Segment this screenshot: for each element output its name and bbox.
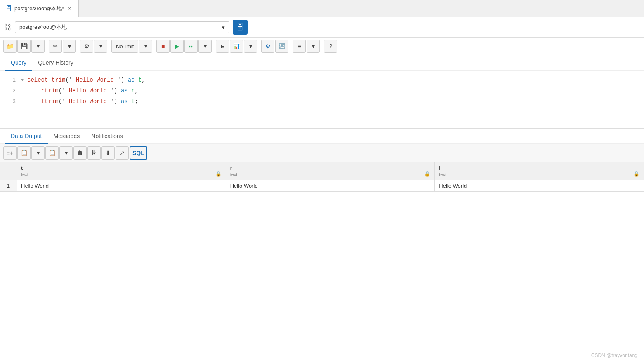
- tab-label: postgres/root@本地*: [14, 5, 64, 12]
- code-line-2: 2 rtrim(' Hello World ') as r,: [0, 86, 644, 96]
- lock-icon-t: 🔒: [215, 171, 222, 177]
- code-content-1: select trim(' Hello World ') as t,: [27, 75, 644, 85]
- row-number-1: 1: [0, 180, 17, 192]
- cell-l-1[interactable]: Hello World: [435, 180, 644, 192]
- no-limit-dropdown-button[interactable]: ▾: [139, 40, 152, 53]
- help-button[interactable]: ?: [324, 40, 337, 53]
- tab-query[interactable]: Query: [5, 55, 32, 71]
- chart-button[interactable]: 📊: [230, 40, 243, 53]
- connection-dropdown-icon[interactable]: ▾: [222, 24, 225, 31]
- tab-bar: 🗄 postgres/root@本地* ×: [0, 0, 644, 17]
- explain-button[interactable]: E: [216, 40, 229, 53]
- col-header-l: l 🔒 text: [435, 162, 644, 180]
- output-tabs: Data Output Messages Notifications: [0, 129, 644, 144]
- code-line-3: 3 ltrim(' Hello World ') as l;: [0, 96, 644, 107]
- delete-row-button[interactable]: 🗑: [73, 146, 87, 160]
- filter-button[interactable]: ⚙: [80, 40, 93, 53]
- run-dropdown-button[interactable]: ▾: [198, 40, 212, 53]
- connection-db-button[interactable]: 🗄: [233, 20, 248, 35]
- line-number-1: 1: [0, 76, 21, 85]
- connection-value: postgres/root@本地: [19, 23, 67, 31]
- result-table: t 🔒 text r 🔒 text l 🔒 text 1 Hel: [0, 162, 644, 192]
- edit-dropdown-button[interactable]: ▾: [63, 40, 76, 53]
- row-num-header: [0, 162, 17, 180]
- lock-icon-r: 🔒: [424, 171, 430, 177]
- tab-messages[interactable]: Messages: [48, 129, 86, 144]
- lock-icon-l: 🔒: [633, 171, 639, 177]
- save-button[interactable]: 💾: [17, 40, 31, 53]
- copy-dropdown-button[interactable]: ▾: [31, 146, 45, 160]
- code-content-2: rtrim(' Hello World ') as r,: [27, 86, 644, 96]
- db-settings-button[interactable]: ⚙: [261, 40, 274, 53]
- main-toolbar: 📁 💾 ▾ ✏ ▾ ⚙ ▾ No limit ▾ ■ ▶ ⏭ ▾ E 📊 ▾ ⚙…: [0, 38, 644, 55]
- col-header-r: r 🔒 text: [226, 162, 435, 180]
- data-toolbar: ≡+ 📋 ▾ 📋 ▾ 🗑 🗄 ⬇ ↗ SQL: [0, 144, 644, 162]
- stop-button[interactable]: ■: [156, 40, 170, 53]
- table-row: 1 Hello World Hello World Hello World: [0, 180, 644, 192]
- db-connect-icon: 🗄: [236, 23, 244, 32]
- line-number-3: 3: [0, 97, 21, 106]
- sql-editor[interactable]: 1 ▾ select trim(' Hello World ') as t, 2…: [0, 71, 644, 129]
- active-tab[interactable]: 🗄 postgres/root@本地* ×: [0, 0, 79, 17]
- cell-r-1[interactable]: Hello World: [226, 180, 435, 192]
- copy-button[interactable]: 📋: [17, 146, 31, 160]
- result-container: t 🔒 text r 🔒 text l 🔒 text 1 Hel: [0, 162, 644, 192]
- list-button[interactable]: ≡: [293, 40, 306, 53]
- paste-dropdown-button[interactable]: ▾: [59, 146, 73, 160]
- connection-selector[interactable]: postgres/root@本地 ▾: [15, 21, 229, 33]
- db-refresh-button[interactable]: 🔄: [275, 40, 288, 53]
- no-limit-button[interactable]: No limit: [111, 40, 138, 53]
- tab-close-button[interactable]: ×: [66, 5, 73, 12]
- line-collapse-1[interactable]: ▾: [21, 75, 27, 85]
- graph-button[interactable]: ↗: [116, 146, 129, 160]
- save-dropdown-button[interactable]: ▾: [31, 40, 45, 53]
- line-number-2: 2: [0, 87, 21, 96]
- add-row-button[interactable]: ≡+: [3, 146, 17, 160]
- tab-query-history[interactable]: Query History: [32, 55, 79, 71]
- tab-notifications[interactable]: Notifications: [85, 129, 128, 144]
- connection-bar: ⛓ postgres/root@本地 ▾ 🗄: [0, 17, 644, 38]
- download-button[interactable]: ⬇: [101, 146, 115, 160]
- code-line-1: 1 ▾ select trim(' Hello World ') as t,: [0, 75, 644, 86]
- filter-dropdown-button[interactable]: ▾: [94, 40, 107, 53]
- list-dropdown-button[interactable]: ▾: [307, 40, 320, 53]
- connection-icon: ⛓: [4, 23, 12, 32]
- sql-button[interactable]: SQL: [130, 146, 147, 160]
- code-content-3: ltrim(' Hello World ') as l;: [27, 97, 644, 107]
- chart-dropdown-button[interactable]: ▾: [244, 40, 257, 53]
- db-icon: 🗄: [6, 5, 12, 12]
- save-to-db-button[interactable]: 🗄: [87, 146, 101, 160]
- run-next-button[interactable]: ⏭: [184, 40, 198, 53]
- paste-button[interactable]: 📋: [45, 146, 59, 160]
- open-button[interactable]: 📁: [3, 40, 17, 53]
- edit-button[interactable]: ✏: [49, 40, 62, 53]
- col-header-t: t 🔒 text: [17, 162, 226, 180]
- tab-data-output[interactable]: Data Output: [5, 129, 48, 144]
- cell-t-1[interactable]: Hello World: [17, 180, 226, 192]
- query-tabs: Query Query History: [0, 55, 644, 71]
- run-button[interactable]: ▶: [170, 40, 184, 53]
